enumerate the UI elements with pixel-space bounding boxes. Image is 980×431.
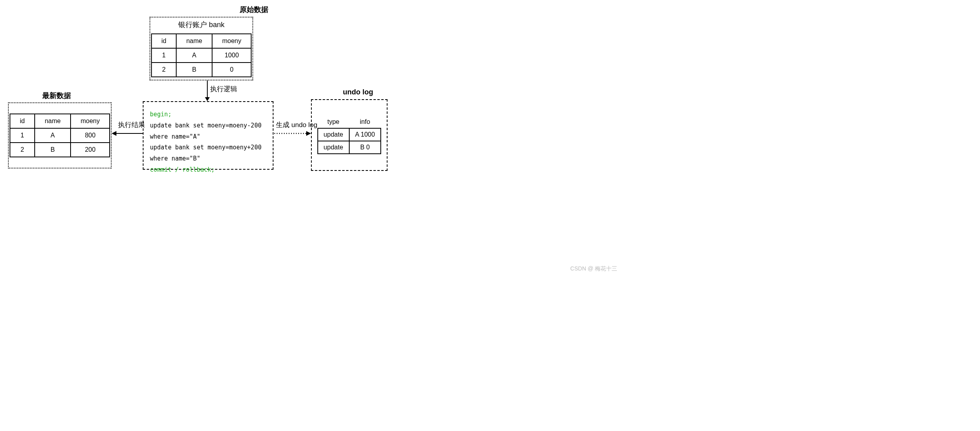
svg-marker-1	[205, 97, 210, 101]
label-exec-result: 执行结果	[118, 120, 145, 129]
code-box: begin; update bank set moeny=moeny-200 w…	[143, 101, 274, 170]
table-row: 2 B 0	[152, 63, 252, 77]
code-begin: begin;	[150, 109, 266, 120]
latest-data-box: id name moeny 1 A 800 2 B 200	[8, 102, 112, 168]
undo-table: type info update A 1000 update B 0	[317, 116, 382, 154]
svg-marker-3	[112, 131, 116, 136]
bank-table: id name moeny 1 A 1000 2 B 0	[151, 33, 252, 77]
code-stmt2: update bank set moeny=moeny+200 where na…	[150, 142, 266, 165]
code-stmt1: update bank set moeny=moeny-200 where na…	[150, 120, 266, 143]
diagram-canvas: 原始数据 最新数据 undo log 银行账户 bank id name moe…	[0, 0, 622, 275]
arrow-right-dotted-icon	[274, 129, 311, 137]
title-original: 原始数据	[240, 5, 268, 14]
latest-table: id name moeny 1 A 800 2 B 200	[10, 114, 110, 157]
table-header-row: id name moeny	[10, 114, 110, 128]
undo-log-box: type info update A 1000 update B 0	[311, 99, 388, 171]
watermark: CSDN @ 梅花十三	[570, 265, 617, 272]
th-name: name	[176, 34, 212, 48]
th-id: id	[152, 34, 176, 48]
table-header-row: id name moeny	[152, 34, 252, 48]
table-row: 1 A 1000	[152, 48, 252, 63]
label-gen-undo: 生成 undo log	[276, 120, 317, 129]
table-row: 1 A 800	[10, 128, 110, 143]
table-row: update A 1000	[318, 128, 381, 141]
arrow-left-icon	[112, 129, 143, 137]
svg-marker-5	[306, 131, 311, 136]
title-undo: undo log	[343, 88, 373, 96]
table-row: update B 0	[318, 141, 381, 154]
table-header-row: type info	[318, 116, 381, 128]
label-exec-logic: 执行逻辑	[210, 84, 237, 94]
original-data-box: 银行账户 bank id name moeny 1 A 1000 2 B 0	[150, 17, 253, 80]
code-commit: commit / rollback;	[150, 165, 266, 176]
table-row: 2 B 200	[10, 143, 110, 157]
bank-table-title: 银行账户 bank	[178, 20, 224, 29]
title-latest: 最新数据	[42, 91, 71, 100]
th-moeny: moeny	[212, 34, 251, 48]
